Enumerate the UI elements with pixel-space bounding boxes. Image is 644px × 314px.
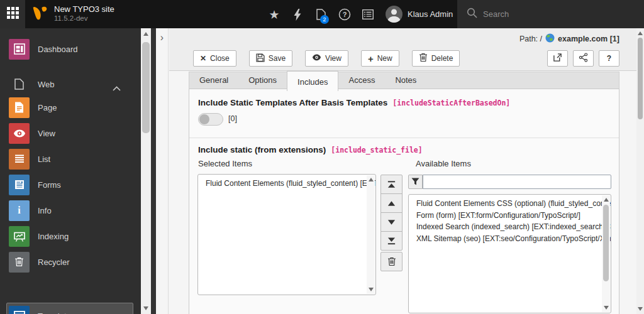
available-item[interactable]: Fluid Content Elements CSS (optional) (f… [409,195,611,210]
toggle-value: [0] [228,114,237,123]
sidebar-item-page[interactable]: Page [0,97,141,118]
main-scrollbar-thumb[interactable] [638,38,643,119]
selected-item[interactable]: Fluid Content Elements (fluid_styled_con… [198,175,375,190]
help-icon[interactable]: ? [338,8,352,21]
user-avatar[interactable] [386,6,402,23]
toggle-knob [199,114,209,124]
move-to-bottom-button[interactable] [380,231,402,251]
template-icon [9,306,30,314]
help-button[interactable]: ? [599,50,619,67]
selected-items-scrollbar[interactable] [367,175,375,294]
main-scrollbar[interactable] [636,28,644,314]
bookmark-star-icon[interactable]: ★ [267,8,281,21]
includes-tab-panel: Include Static Templates After Basis Tem… [189,89,619,314]
item-mover-buttons [380,175,402,271]
clear-cache-bolt-icon[interactable] [291,8,304,21]
remove-item-button[interactable] [380,252,402,271]
floppy-icon [256,53,265,64]
search-placeholder: Search [483,9,509,19]
chevron-right-icon[interactable]: › [156,32,168,43]
opendocs-count-badge: 2 [320,15,329,24]
close-button[interactable]: ✕ Close [193,50,236,67]
tab-notes[interactable]: Notes [385,72,426,89]
open-in-new-window-button[interactable] [547,50,568,67]
sidebar-item-dashboard[interactable]: Dashboard [0,38,141,60]
tab-options[interactable]: Options [238,72,287,89]
field-code: [include_static_file] [331,146,422,154]
available-items-listbox[interactable]: Fluid Content Elements CSS (optional) (f… [408,194,611,313]
sidebar-item-template[interactable]: Template [6,303,133,314]
page-icon [9,97,30,118]
filter-button[interactable] [408,175,423,189]
sidebar-item-forms[interactable]: Forms [0,174,141,195]
sidebar-item-indexing[interactable]: Indexing [0,225,141,247]
close-icon: ✕ [200,54,206,63]
field-label-include-static: Include static (from extensions)[include… [198,145,423,154]
tab-general[interactable]: General [189,72,238,89]
save-button[interactable]: Save [249,50,292,67]
web-document-icon [9,78,30,90]
chevron-up-icon [113,82,121,94]
sidebar-item-recycler[interactable]: Recycler [0,251,141,273]
scroll-up-icon[interactable] [638,31,643,35]
move-to-top-button[interactable] [380,175,402,194]
available-scrollbar-thumb[interactable] [603,205,609,281]
available-item[interactable]: Indexed Search (indexed_search) [EXT:ind… [409,221,611,233]
search-icon [467,8,477,21]
eye-icon [312,54,321,63]
toolbar-search[interactable]: Search [457,0,644,28]
field-label-include-after: Include Static Templates After Basis Tem… [198,98,510,107]
scroll-down-icon[interactable] [638,307,643,311]
grid-icon [7,7,19,21]
sidebar-item-list[interactable]: List [0,148,141,170]
svg-text:?: ? [343,11,347,18]
scroll-down-icon[interactable] [604,306,609,310]
sidebar-edge [151,28,156,314]
funnel-icon [411,176,419,188]
scroll-up-icon[interactable] [143,32,148,36]
user-name[interactable]: Klaus Admin [408,9,453,19]
view-button[interactable]: View [305,50,348,67]
info-icon: i [9,200,30,221]
scroll-up-icon[interactable] [369,178,374,181]
filter-input[interactable] [423,175,611,189]
page-title: example.com [1] [558,35,619,43]
available-items-scrollbar[interactable] [602,195,610,312]
move-down-button[interactable] [380,212,402,232]
scroll-up-icon[interactable] [604,198,609,202]
available-items-heading: Available Items [416,159,471,168]
nav-collapse-strip[interactable]: › [156,28,169,314]
eye-icon [9,123,30,144]
available-item[interactable]: XML Sitemap (seo) [EXT:seo/Configuration… [409,233,611,245]
systeminformation-icon[interactable] [361,8,375,21]
sidebar-section-web[interactable]: Web [0,73,141,95]
form-tabs: General Options Includes Access Notes [189,72,619,89]
delete-button[interactable]: Delete [412,50,460,67]
indexing-chart-icon [9,226,30,247]
module-sidebar: Dashboard Web Page View List Forms [0,28,141,314]
trash-icon [419,53,428,64]
tab-includes[interactable]: Includes [287,71,338,91]
typo3-logo-icon [31,6,49,23]
external-link-icon [553,53,562,64]
share-button[interactable] [573,50,594,67]
tab-access[interactable]: Access [338,72,385,89]
sidebar-item-info[interactable]: i Info [0,200,141,221]
sidebar-scrollbar-thumb[interactable] [142,42,150,133]
sidebar-item-view[interactable]: View [0,122,141,144]
move-up-button[interactable] [380,193,402,213]
docheader-buttons: ✕ Close Save View + New Delete [193,50,460,67]
sidebar-scrollbar[interactable] [141,28,151,314]
docheader-meta-buttons: ? [547,50,619,67]
trash-icon [9,252,30,273]
selected-items-listbox[interactable]: Fluid Content Elements (fluid_styled_con… [197,174,376,295]
scroll-down-icon[interactable] [143,306,148,310]
scroll-down-icon[interactable] [369,288,374,291]
include-after-toggle[interactable] [198,113,223,126]
new-button[interactable]: + New [361,50,399,67]
breadcrumb: Path: / example.com [1] [519,33,619,45]
dashboard-icon [9,39,30,60]
globe-icon [545,33,555,45]
available-item[interactable]: Form (form) [EXT:form/Configuration/Typo… [409,210,611,222]
module-menu-toggle-button[interactable] [0,0,25,28]
